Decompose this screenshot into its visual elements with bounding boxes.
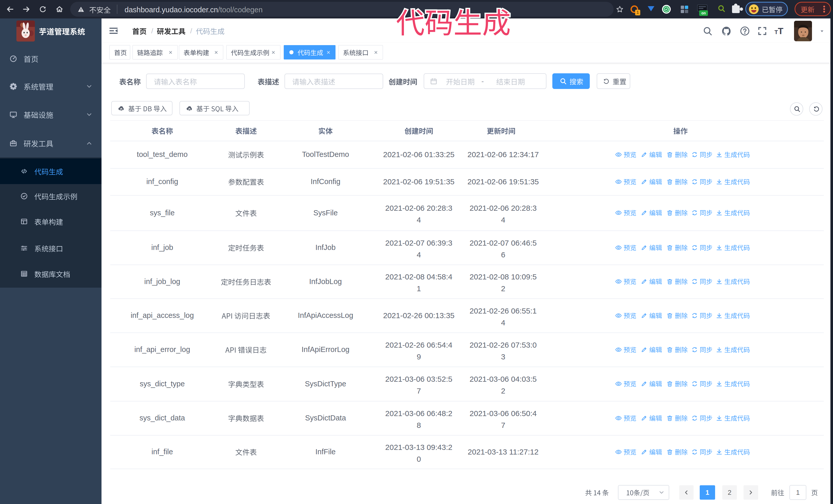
- svg-text:T: T: [778, 26, 783, 36]
- svg-text:T: T: [775, 29, 778, 35]
